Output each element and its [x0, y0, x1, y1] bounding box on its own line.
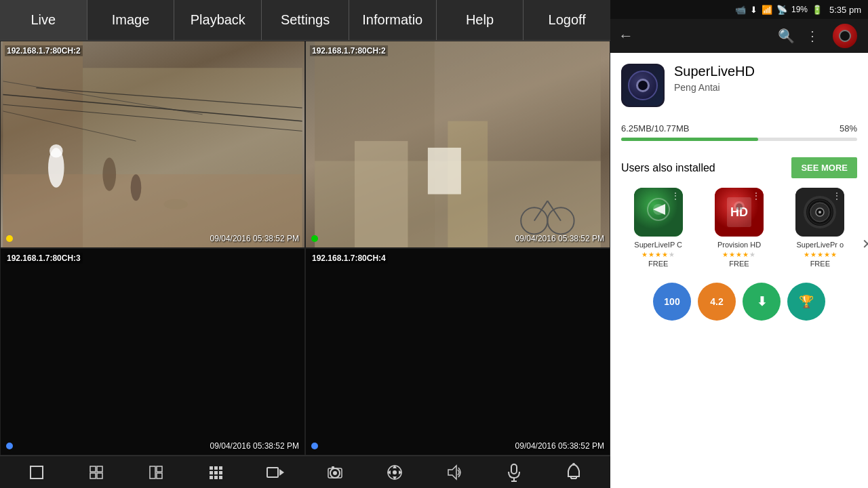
superlivepro-more-icon[interactable]: ⋮: [832, 190, 842, 201]
app-info-text: SuperLiveHD Peng Antai: [674, 64, 755, 93]
svg-rect-32: [214, 466, 218, 470]
svg-rect-2: [3, 174, 302, 247]
toolbar-grid-view[interactable]: [205, 462, 226, 483]
provisionhd-more-icon[interactable]: ⋮: [751, 190, 761, 201]
toolbar-record[interactable]: [264, 462, 286, 483]
camera-cell-ch1[interactable]: 192.168.1.7:80CH:2 09/04/2016 05:38:52 P…: [0, 41, 305, 248]
download-cancel-button[interactable]: ✕: [862, 236, 868, 252]
svg-point-12: [164, 199, 188, 209]
related-app-superlivepro[interactable]: ⋮ SuperLivePr o ★ ★ ★ ★ ★ FREE: [783, 188, 857, 268]
toolbar-audio[interactable]: [443, 462, 465, 483]
toolbar-ptz[interactable]: [384, 462, 406, 483]
svg-point-43: [333, 471, 337, 475]
provisionhd-name: Provision HD: [717, 241, 761, 249]
bottom-toolbar: [0, 455, 610, 488]
battery-level: 19%: [791, 5, 808, 14]
nav-playback[interactable]: Playback: [174, 0, 262, 40]
time-display: 5:35 pm: [829, 5, 861, 15]
superliveip-icon: ⋮: [634, 188, 683, 237]
menu-button[interactable]: ⋮: [806, 28, 819, 44]
svg-rect-36: [219, 471, 222, 474]
svg-rect-27: [97, 473, 102, 479]
svg-point-51: [393, 470, 397, 474]
badge-42[interactable]: 4.2: [698, 283, 736, 321]
camera-cell-ch2[interactable]: 192.168.1.7:80CH:2 09/04/2016 05:38:52 P…: [305, 41, 610, 248]
superlivepro-price: FREE: [810, 260, 830, 268]
related-app-provisionhd[interactable]: HD ⋮ Provision HD ★ ★ ★ ★ ★ FREE: [702, 188, 776, 268]
svg-point-9: [50, 144, 63, 158]
android-panel: 📹 ⬇ 📶 📡 19% 🔋 5:35 pm ← 🔍 ⋮: [610, 0, 868, 488]
app-name: SuperLiveHD: [674, 64, 755, 79]
svg-point-10: [102, 158, 116, 191]
badge-100[interactable]: 100: [653, 283, 691, 321]
svg-rect-37: [210, 476, 213, 479]
toolbar-snapshot[interactable]: [324, 462, 346, 483]
dvr-panel: Live Image Playback Settings Informatio …: [0, 0, 610, 488]
nav-image[interactable]: Image: [87, 0, 175, 40]
section-header: Users also installed SEE MORE: [621, 157, 857, 178]
download-icon: ⬇: [750, 5, 757, 15]
download-progress-bar: [621, 138, 857, 141]
battery-icon: 🔋: [812, 5, 823, 15]
svg-rect-18: [428, 148, 461, 195]
superliveip-price: FREE: [648, 260, 668, 268]
related-section-title: Users also installed: [621, 162, 715, 174]
search-button[interactable]: 🔍: [778, 28, 795, 44]
download-section: 6.25MB/10.77MB 58% ✕: [610, 118, 868, 149]
toolbar-quad-view[interactable]: [85, 462, 107, 483]
svg-rect-34: [210, 471, 213, 474]
svg-marker-52: [448, 466, 456, 479]
svg-rect-38: [214, 476, 218, 479]
related-section: Users also installed SEE MORE: [610, 149, 868, 276]
app-icon-topbar: [830, 21, 860, 51]
download-size: 6.25MB/10.77MB: [621, 123, 689, 134]
svg-rect-25: [97, 466, 102, 472]
nav-live[interactable]: Live: [0, 0, 87, 40]
svg-rect-31: [210, 466, 213, 470]
badge-download[interactable]: ⬇: [743, 283, 781, 321]
superliveip-more-icon[interactable]: ⋮: [671, 190, 680, 201]
toolbar-alarm[interactable]: [563, 462, 585, 483]
download-progress-fill: [621, 138, 758, 141]
nav-help[interactable]: Help: [437, 0, 524, 40]
superlivepro-icon: ⋮: [795, 188, 844, 237]
related-app-superliveip[interactable]: ⋮ SuperLiveIP C ★ ★ ★ ★ ★ FREE: [621, 188, 695, 268]
download-info: 6.25MB/10.77MB 58% ✕: [621, 123, 857, 134]
superliveip-name: SuperLiveIP C: [634, 241, 682, 249]
camera-cell-ch4[interactable]: 192.168.1.7:80CH:4 09/04/2016 05:38:52 P…: [305, 248, 610, 455]
provisionhd-rating: ★ ★ ★ ★ ★: [722, 251, 755, 258]
back-button[interactable]: ←: [618, 27, 633, 45]
nav-bar: Live Image Playback Settings Informatio …: [0, 0, 610, 41]
svg-rect-29: [157, 466, 162, 472]
superliveip-rating: ★ ★ ★ ★ ★: [642, 251, 675, 258]
nav-settings[interactable]: Settings: [262, 0, 349, 40]
svg-point-74: [818, 211, 821, 214]
app-topbar: ← 🔍 ⋮: [610, 19, 868, 53]
svg-rect-28: [150, 466, 155, 479]
svg-rect-16: [355, 141, 408, 247]
camera-cell-ch3[interactable]: 192.168.1.7:80CH:3 09/04/2016 05:38:52 P…: [0, 248, 305, 455]
camera-grid: 192.168.1.7:80CH:2 09/04/2016 05:38:52 P…: [0, 41, 610, 455]
toolbar-tri-view[interactable]: [145, 462, 167, 483]
svg-rect-30: [157, 473, 162, 479]
bottom-badges: 100 4.2 ⬇ 🏆: [610, 276, 868, 327]
svg-rect-24: [90, 466, 96, 472]
toolbar-single-view[interactable]: [26, 462, 47, 483]
svg-rect-33: [219, 466, 222, 470]
status-bar: 📹 ⬇ 📶 📡 19% 🔋 5:35 pm: [610, 0, 868, 19]
app-icon-large: [621, 64, 665, 107]
badge-teal[interactable]: 🏆: [787, 283, 825, 321]
svg-marker-41: [279, 469, 284, 476]
superlivepro-rating: ★ ★ ★ ★ ★: [804, 251, 837, 258]
svg-point-59: [572, 463, 575, 466]
toolbar-microphone[interactable]: [503, 462, 525, 483]
provisionhd-price: FREE: [729, 260, 749, 268]
svg-rect-53: [511, 464, 517, 474]
nav-logoff[interactable]: Logoff: [524, 0, 610, 40]
app-info-header: SuperLiveHD Peng Antai: [610, 53, 868, 118]
signal-icon: 📡: [776, 5, 787, 15]
nav-information[interactable]: Informatio: [349, 0, 437, 40]
svg-rect-26: [90, 473, 96, 479]
see-more-button[interactable]: SEE MORE: [791, 157, 857, 178]
svg-rect-40: [267, 468, 278, 477]
